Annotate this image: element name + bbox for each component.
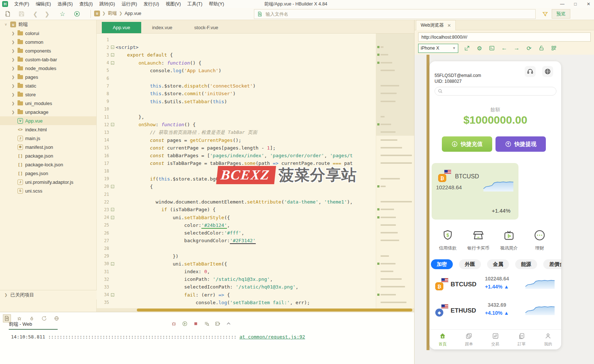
market-row-ETHUSD[interactable]: ◆ETHUSD3432.69+4.10% ▲ (429, 299, 561, 322)
collapse-panel-icon[interactable] (225, 320, 232, 327)
sidebar-folder-colorui[interactable]: ❯colorui (0, 29, 96, 38)
app-tab-跟单[interactable]: 跟单 (456, 330, 482, 349)
fold-collapse-icon[interactable]: – (111, 53, 114, 57)
app-tab-我的[interactable]: 我的 (535, 330, 561, 349)
sidebar-file-uni.scss[interactable]: Suni.scss (0, 186, 96, 195)
menu-item-查找[interactable]: 查找(I) (76, 0, 96, 8)
project-root[interactable]: ˅u前端 (0, 20, 96, 29)
support-headset-icon[interactable] (525, 66, 536, 77)
resume-icon[interactable] (181, 320, 188, 327)
sidebar-folder-common[interactable]: ❯common (0, 38, 96, 46)
preview-scrollbar[interactable] (427, 55, 429, 350)
shortcut-理财[interactable]: 理财 (527, 229, 552, 251)
sidebar-folder-store[interactable]: ❯store (0, 90, 96, 99)
back-icon[interactable]: ❮ (31, 10, 39, 18)
close-icon[interactable]: ✕ (447, 23, 451, 28)
fold-collapse-icon[interactable]: – (111, 61, 114, 65)
minimize-button[interactable]: — (559, 1, 566, 7)
breadcrumb-project[interactable]: 前端 (108, 10, 117, 16)
market-row-BTCUSD[interactable]: ₿BTCUSD102248.64+1.44% ▲ (429, 273, 561, 296)
fold-collapse-icon[interactable]: – (111, 262, 114, 266)
horizontal-scrollbar-thumb[interactable] (137, 309, 412, 311)
search-log-icon[interactable] (203, 320, 210, 327)
sidebar-folder-unpackage[interactable]: ❯unpackage (0, 108, 96, 116)
fold-collapse-icon[interactable]: – (111, 46, 114, 49)
category-pill-差價合約[interactable]: 差價合約 (543, 259, 561, 269)
editor-tab-App.vue[interactable]: App.vue (102, 22, 141, 33)
breadcrumb[interactable]: u ❯ 前端 ❯ App.vue (94, 10, 141, 16)
fold-collapse-icon[interactable]: – (111, 293, 114, 297)
shortcut-信用借款[interactable]: $信用借款 (435, 229, 460, 251)
unlock-icon[interactable] (538, 44, 545, 52)
new-terminal-icon[interactable] (214, 320, 221, 327)
console-tab[interactable]: 前端 - Web (9, 321, 32, 328)
app-tab-交易[interactable]: 交易 (482, 330, 508, 349)
debug-bug-icon[interactable] (170, 320, 177, 327)
device-select[interactable]: iPhone X ▼ (418, 44, 458, 53)
fold-collapse-icon[interactable]: – (111, 208, 114, 211)
sidebar-folder-custom-tab-bar[interactable]: ❯custom-tab-bar (0, 55, 96, 64)
horizontal-scrollbar[interactable] (97, 308, 414, 312)
file-search-input[interactable] (266, 12, 499, 17)
sidebar-folder-pages[interactable]: ❯pages (0, 73, 96, 81)
menu-item-发行[interactable]: 发行(U) (140, 0, 162, 8)
sidebar-file-index.html[interactable]: <>index.html (0, 125, 96, 134)
sidebar-file-main.js[interactable]: Jmain.js (0, 134, 96, 143)
menu-item-选择[interactable]: 选择(S) (54, 0, 76, 8)
stop-icon[interactable] (192, 320, 199, 327)
sidebar-file-package.json[interactable]: [ ]package.json (0, 151, 96, 160)
log-source-link[interactable]: at common/request.js:92 (239, 334, 305, 340)
sidebar-file-pages.json[interactable]: [ ]pages.json (0, 169, 96, 178)
sidebar-file-package-lock.json[interactable]: [ ]package-lock.json (0, 160, 96, 169)
sidebar-folder-static[interactable]: ❯static (0, 81, 96, 90)
back-arrow-icon[interactable]: ← (501, 44, 508, 52)
fold-collapse-icon[interactable]: – (111, 216, 114, 219)
menu-item-运行[interactable]: 运行(R) (118, 0, 140, 8)
app-search-input[interactable] (435, 87, 556, 96)
category-pill-能源[interactable]: 能源 (515, 259, 537, 269)
menu-item-帮助[interactable]: 帮助(Y) (206, 0, 228, 8)
menu-item-编辑[interactable]: 编辑(E) (32, 0, 54, 8)
quick-recharge-button[interactable]: 快捷充值 (442, 136, 492, 152)
breadcrumb-file[interactable]: App.vue (124, 11, 141, 16)
sidebar-folder-uni_modules[interactable]: ❯uni_modules (0, 99, 96, 108)
console-icon[interactable] (488, 44, 495, 52)
editor-tab-index.vue[interactable]: index.vue (141, 22, 184, 33)
closed-projects-section[interactable]: ❯ 已关闭项目 (0, 290, 97, 299)
globe-log-icon[interactable] (53, 314, 61, 322)
forward-icon[interactable]: ❯ (43, 10, 51, 18)
menu-item-跳转[interactable]: 跳转(G) (96, 0, 118, 8)
run-icon[interactable] (73, 10, 81, 18)
refresh-log-icon[interactable] (40, 314, 48, 322)
shortcut-视讯简介[interactable]: 视讯简介 (497, 229, 521, 251)
menu-item-工具[interactable]: 工具(T) (184, 0, 206, 8)
open-external-icon[interactable] (463, 44, 471, 52)
new-file-icon[interactable] (4, 10, 12, 18)
language-globe-icon[interactable] (542, 66, 553, 77)
browser-tab[interactable]: Web浏览器 ✕ (416, 20, 456, 30)
editor-tab-stock-F.vue[interactable]: stock-F.vue (183, 22, 229, 33)
minimap-viewport[interactable] (376, 34, 414, 136)
sidebar-file-uni.promisify.adaptor.js[interactable]: Juni.promisify.adaptor.js (0, 178, 96, 186)
category-pill-加密[interactable]: 加密 (431, 259, 453, 269)
menu-item-文件[interactable]: 文件(F) (11, 0, 32, 8)
quick-withdraw-button[interactable]: 快捷提现 (495, 136, 546, 152)
fold-collapse-icon[interactable]: – (111, 185, 114, 188)
preview-button[interactable]: 预览 (552, 9, 570, 19)
save-icon[interactable] (18, 10, 26, 18)
shortcut-银行卡买币[interactable]: 银行卡买币 (466, 229, 491, 251)
featured-market-card[interactable]: ₿ BTCUSD 102248.64 +1.44% (432, 163, 518, 220)
refresh-icon[interactable]: ⟳ (525, 44, 533, 52)
bookmark-star-icon[interactable]: ☆ (58, 10, 66, 18)
app-tab-訂單[interactable]: 訂單 (509, 330, 535, 349)
filter-funnel-icon[interactable] (541, 10, 549, 18)
settings-gear-icon[interactable]: ⚙ (476, 44, 483, 52)
fold-collapse-icon[interactable]: – (111, 123, 114, 126)
category-pill-金属[interactable]: 金属 (487, 259, 509, 269)
maximize-button[interactable]: □ (572, 1, 579, 7)
url-bar[interactable]: http://localhost:8000/#/ (418, 32, 591, 42)
menu-item-视图[interactable]: 视图(V) (162, 0, 184, 8)
category-pill-外匯[interactable]: 外匯 (459, 259, 481, 269)
app-tab-首頁[interactable]: 首頁 (429, 330, 456, 349)
close-button[interactable]: ✕ (585, 1, 592, 7)
